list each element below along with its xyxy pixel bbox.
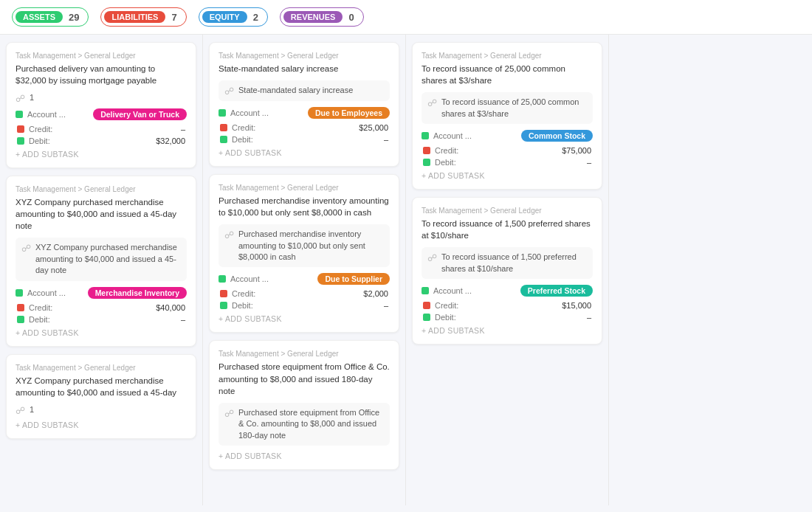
debit-dot bbox=[220, 136, 227, 143]
add-subtask-button[interactable]: + ADD SUBTASK bbox=[422, 326, 593, 335]
credit-row: Credit: $75,000 bbox=[422, 146, 593, 155]
debit-row: Debit: – bbox=[16, 315, 187, 324]
debit-row: Debit: – bbox=[422, 158, 593, 167]
debit-row: Debit: – bbox=[422, 313, 593, 322]
card-col-liabilities-0: Task Management > General Ledger State-m… bbox=[209, 42, 399, 167]
category-pill-revenues[interactable]: REVENUES 0 bbox=[280, 7, 364, 27]
liabilities-count: 7 bbox=[171, 12, 176, 23]
subtask-icon: ☍ bbox=[224, 86, 234, 97]
revenues-count: 0 bbox=[348, 12, 354, 23]
subtask-row: ☍ State-mandated salary increase bbox=[219, 80, 390, 101]
card-title: XYZ Company purchased merchandise amount… bbox=[16, 375, 187, 398]
card-title: To record issuance of 1,500 preferred sh… bbox=[422, 218, 593, 241]
add-subtask-button[interactable]: + ADD SUBTASK bbox=[219, 314, 390, 323]
subtask-row: ☍ To record issuance of 25,000 common sh… bbox=[422, 92, 593, 124]
debit-value: – bbox=[587, 158, 591, 167]
add-subtask-button[interactable]: + ADD SUBTASK bbox=[219, 452, 390, 460]
account-tag[interactable]: Due to Employees bbox=[308, 107, 390, 119]
add-subtask-button[interactable]: + ADD SUBTASK bbox=[16, 150, 187, 159]
credit-label: Credit: bbox=[232, 123, 267, 132]
account-row: Account ... Preferred Stock bbox=[422, 285, 593, 297]
debit-row: Debit: – bbox=[219, 301, 390, 310]
card-col-assets-1: Task Management > General Ledger XYZ Com… bbox=[6, 176, 196, 346]
account-tag[interactable]: Preferred Stock bbox=[520, 285, 593, 297]
add-subtask-button[interactable]: + ADD SUBTASK bbox=[219, 148, 390, 157]
credit-label: Credit: bbox=[29, 303, 64, 312]
debit-label: Debit: bbox=[435, 158, 470, 167]
equity-badge: EQUITY bbox=[202, 11, 247, 23]
assets-count: 29 bbox=[69, 12, 79, 23]
category-pill-assets[interactable]: ASSETS 29 bbox=[12, 7, 89, 27]
debit-dot bbox=[17, 316, 24, 323]
credit-row: Credit: $2,000 bbox=[219, 289, 390, 298]
card-col-liabilities-2: Task Management > General Ledger Purchas… bbox=[209, 340, 399, 469]
account-row: Account ... Delivery Van or Truck bbox=[16, 108, 187, 120]
account-label: Account ... bbox=[230, 274, 313, 283]
debit-value: – bbox=[587, 313, 591, 322]
assets-badge: ASSETS bbox=[16, 11, 63, 23]
subtask-icon: ☍ bbox=[16, 93, 25, 104]
debit-label: Debit: bbox=[29, 136, 64, 145]
subtask-count-row: ☍ 1 bbox=[16, 404, 187, 416]
card-breadcrumb: Task Management > General Ledger bbox=[16, 185, 187, 193]
subtask-icon: ☍ bbox=[427, 97, 437, 108]
credit-value: $2,000 bbox=[363, 289, 388, 298]
category-pill-equity[interactable]: EQUITY 2 bbox=[199, 7, 268, 27]
card-col-equity-0: Task Management > General Ledger To reco… bbox=[412, 42, 602, 190]
subtask-icon: ☍ bbox=[21, 243, 31, 254]
subtask-text: State-mandated salary increase bbox=[238, 85, 353, 96]
account-tag[interactable]: Merchandise Inventory bbox=[88, 287, 187, 299]
col-equity: Task Management > General Ledger To reco… bbox=[406, 35, 609, 505]
col-assets: Task Management > General Ledger Purchas… bbox=[0, 35, 203, 505]
add-subtask-button[interactable]: + ADD SUBTASK bbox=[16, 421, 187, 429]
account-label: Account ... bbox=[433, 131, 517, 140]
subtask-row: ☍ XYZ Company purchased merchandise amou… bbox=[16, 238, 187, 280]
account-dot bbox=[219, 109, 226, 117]
credit-label: Credit: bbox=[435, 146, 470, 155]
account-dot bbox=[422, 132, 429, 139]
credit-row: Credit: $15,000 bbox=[422, 301, 593, 310]
credit-dot bbox=[220, 290, 227, 297]
add-subtask-button[interactable]: + ADD SUBTASK bbox=[16, 328, 187, 337]
account-tag[interactable]: Common Stock bbox=[521, 130, 593, 142]
subtask-text: Purchased merchandise inventory amountin… bbox=[238, 229, 384, 263]
card-title: Purchased merchandise inventory amountin… bbox=[219, 195, 390, 218]
account-dot bbox=[219, 275, 226, 283]
debit-dot bbox=[423, 159, 430, 166]
card-breadcrumb: Task Management > General Ledger bbox=[219, 184, 390, 192]
account-dot bbox=[16, 289, 23, 297]
card-col-liabilities-1: Task Management > General Ledger Purchas… bbox=[209, 174, 399, 333]
subtask-text: To record issuance of 1,500 preferred sh… bbox=[441, 252, 587, 274]
account-label: Account ... bbox=[433, 286, 516, 295]
credit-value: – bbox=[181, 125, 185, 134]
subtask-text: XYZ Company purchased merchandise amount… bbox=[35, 242, 181, 276]
debit-row: Debit: $32,000 bbox=[16, 136, 187, 145]
account-dot bbox=[422, 287, 429, 294]
subtask-icon: ☍ bbox=[16, 405, 25, 416]
card-breadcrumb: Task Management > General Ledger bbox=[16, 52, 187, 60]
card-breadcrumb: Task Management > General Ledger bbox=[219, 52, 390, 60]
liabilities-badge: LIABILITIES bbox=[104, 11, 165, 23]
credit-dot bbox=[220, 124, 227, 131]
col-revenues bbox=[609, 35, 812, 505]
category-pill-liabilities[interactable]: LIABILITIES 7 bbox=[100, 7, 186, 27]
subtask-icon: ☍ bbox=[224, 408, 234, 419]
subtask-icon: ☍ bbox=[224, 229, 234, 241]
subtask-text: To record issuance of 25,000 common shar… bbox=[441, 97, 587, 120]
account-label: Account ... bbox=[27, 110, 89, 119]
account-label: Account ... bbox=[27, 288, 83, 297]
account-tag[interactable]: Delivery Van or Truck bbox=[93, 108, 187, 120]
add-subtask-button[interactable]: + ADD SUBTASK bbox=[422, 171, 593, 180]
debit-value: $32,000 bbox=[156, 136, 185, 145]
card-col-assets-2: Task Management > General Ledger XYZ Com… bbox=[6, 354, 196, 439]
credit-label: Credit: bbox=[29, 125, 64, 134]
credit-value: $75,000 bbox=[562, 146, 591, 155]
account-tag[interactable]: Due to Supplier bbox=[317, 273, 390, 285]
subtask-count: 1 bbox=[30, 404, 34, 415]
credit-value: $40,000 bbox=[156, 303, 185, 312]
debit-dot bbox=[17, 137, 24, 145]
card-col-assets-0: Task Management > General Ledger Purchas… bbox=[6, 42, 196, 168]
col-liabilities: Task Management > General Ledger State-m… bbox=[203, 35, 406, 505]
debit-label: Debit: bbox=[232, 301, 267, 310]
credit-dot bbox=[423, 302, 430, 309]
